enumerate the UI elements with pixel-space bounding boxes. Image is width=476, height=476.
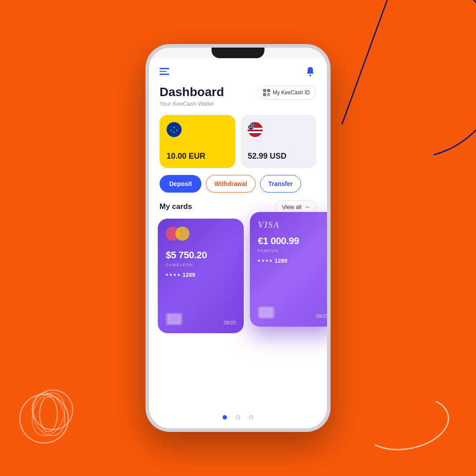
menu-line-2 [160, 71, 167, 72]
nav-dot-1[interactable] [223, 415, 227, 420]
phone-notch [212, 48, 264, 58]
bottom-navigation [149, 408, 327, 428]
title-group: Dashboard Your KeeCash Wallet [160, 86, 224, 107]
visa-amount: €1 000.99 [258, 235, 327, 247]
mastercard-dots [166, 274, 180, 276]
visa-logo: VISA [258, 220, 280, 230]
svg-rect-13 [269, 93, 270, 94]
header-bar [149, 58, 327, 81]
menu-line-3 [160, 74, 169, 75]
mastercard-expiry: 09/25 [223, 320, 236, 325]
menu-line-1 [160, 68, 169, 69]
bg-arc-bottom-decoration [357, 390, 454, 457]
dot-4 [270, 260, 272, 262]
mastercard-number-row: 1289 [166, 271, 236, 278]
mastercard-logo [166, 227, 236, 241]
page-subtitle: Your KeeCash Wallet [160, 100, 224, 107]
visa-card[interactable]: VISA €1 000.99 FAMOUS 1289 [250, 212, 327, 327]
dot-4 [178, 274, 180, 276]
my-cards-title: My cards [160, 202, 192, 211]
eur-balance-card[interactable]: 10.00 EUR [160, 115, 235, 168]
visa-number-row: 1289 [258, 257, 327, 264]
phone-frame: Dashboard Your KeeCash Wallet [145, 44, 331, 432]
mastercard-name: CAMELEON [166, 263, 236, 267]
visa-last-digits: 1289 [275, 257, 287, 264]
mc-yellow-circle [175, 227, 190, 241]
dashboard-title-area: Dashboard Your KeeCash Wallet [149, 81, 327, 110]
svg-rect-24 [248, 131, 263, 133]
menu-icon[interactable] [160, 68, 169, 75]
notification-bell-icon[interactable] [304, 65, 316, 78]
svg-point-5 [309, 74, 311, 76]
cards-container: $5 750.20 CAMELEON 1289 [149, 219, 327, 333]
rose-decoration [9, 366, 97, 454]
dot-3 [174, 274, 176, 276]
svg-rect-7 [264, 90, 265, 91]
screen-content: Dashboard Your KeeCash Wallet [149, 58, 327, 428]
dot-1 [166, 274, 168, 276]
svg-rect-12 [268, 93, 268, 94]
phone-screen: Dashboard Your KeeCash Wallet [149, 48, 327, 428]
transfer-button[interactable]: Transfer [260, 175, 301, 193]
eur-balance-amount: 10.00 EUR [167, 152, 228, 161]
us-flag-icon: ★★★ ★★★ [248, 122, 263, 137]
svg-point-16 [169, 125, 179, 134]
action-buttons-row: Deposit Withdrawal Transfer [149, 173, 327, 199]
keecash-id-label: My KeeCash ID [273, 89, 310, 96]
dot-2 [170, 274, 172, 276]
usd-balance-card[interactable]: ★★★ ★★★ 52.99 USD [241, 115, 316, 168]
qr-icon [263, 89, 270, 96]
withdrawal-button[interactable]: Withdrawal [206, 175, 256, 193]
svg-rect-9 [268, 90, 269, 91]
deposit-button[interactable]: Deposit [160, 175, 201, 193]
visa-chip-inner [260, 308, 272, 317]
view-all-button[interactable]: View all → [275, 201, 316, 213]
mastercard-amount: $5 750.20 [166, 249, 236, 261]
balance-cards-container: 10.00 EUR ★★★ [149, 110, 327, 173]
mastercard-last-digits: 1289 [182, 271, 195, 278]
svg-rect-14 [268, 95, 268, 96]
view-all-label: View all [282, 204, 301, 210]
svg-rect-23 [248, 130, 263, 131]
nav-dot-3[interactable] [249, 415, 253, 420]
svg-rect-15 [269, 95, 270, 96]
svg-rect-11 [264, 94, 265, 95]
mastercard-card[interactable]: $5 750.20 CAMELEON 1289 [158, 219, 244, 333]
visa-card-name: FAMOUS [258, 249, 327, 253]
page-title: Dashboard [160, 86, 224, 99]
usd-balance-amount: 52.99 USD [248, 152, 309, 161]
arrow-right-icon: → [304, 204, 310, 210]
mastercard-bottom: 09/25 [166, 313, 236, 325]
svg-text:★★★: ★★★ [249, 126, 255, 128]
chip-inner [168, 315, 180, 324]
visa-chip-icon [258, 306, 275, 319]
eu-flag-icon [167, 122, 182, 137]
chip-icon [166, 313, 182, 325]
svg-point-4 [40, 397, 57, 432]
visa-expiry: 09/25 [316, 313, 327, 319]
dot-3 [266, 260, 268, 262]
visa-bottom: 09/25 [258, 306, 327, 319]
dot-1 [258, 260, 260, 262]
nav-dot-2[interactable] [236, 415, 240, 420]
dot-2 [262, 260, 264, 262]
keecash-id-button[interactable]: My KeeCash ID [257, 86, 316, 100]
visa-dots [258, 260, 272, 262]
